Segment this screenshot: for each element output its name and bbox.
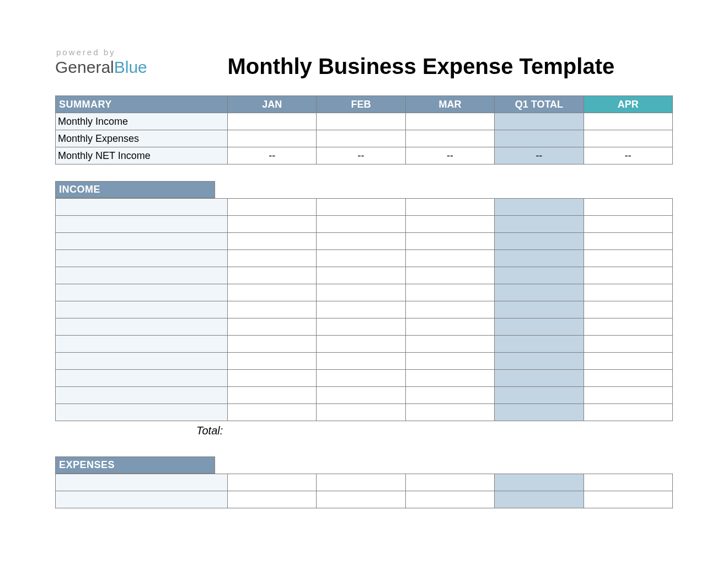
data-cell[interactable]	[317, 216, 405, 233]
data-cell[interactable]	[584, 336, 672, 353]
data-cell[interactable]	[495, 199, 584, 216]
data-cell[interactable]	[405, 284, 494, 301]
summary-cell[interactable]: --	[495, 147, 584, 164]
row-label-cell[interactable]	[56, 404, 228, 421]
data-cell[interactable]	[405, 387, 494, 404]
data-cell[interactable]	[584, 199, 672, 216]
data-cell[interactable]	[317, 336, 405, 353]
summary-cell[interactable]: --	[405, 147, 494, 164]
summary-cell[interactable]: --	[584, 147, 672, 164]
data-cell[interactable]	[584, 301, 672, 318]
data-cell[interactable]	[405, 370, 494, 387]
row-label-cell[interactable]	[56, 284, 228, 301]
summary-cell[interactable]	[405, 130, 494, 147]
row-label-cell[interactable]	[56, 387, 228, 404]
row-label-cell[interactable]	[56, 216, 228, 233]
data-cell[interactable]	[317, 491, 405, 508]
data-cell[interactable]	[405, 474, 494, 491]
data-cell[interactable]	[495, 353, 584, 370]
data-cell[interactable]	[405, 318, 494, 336]
data-cell[interactable]	[584, 404, 672, 421]
data-cell[interactable]	[495, 301, 584, 318]
data-cell[interactable]	[495, 284, 584, 301]
data-cell[interactable]	[317, 387, 405, 404]
data-cell[interactable]	[584, 318, 672, 336]
data-cell[interactable]	[584, 370, 672, 387]
data-cell[interactable]	[317, 353, 405, 370]
row-label-cell[interactable]	[56, 336, 228, 353]
summary-cell[interactable]	[584, 130, 672, 147]
data-cell[interactable]	[228, 353, 317, 370]
data-cell[interactable]	[495, 233, 584, 250]
data-cell[interactable]	[495, 267, 584, 284]
data-cell[interactable]	[228, 387, 317, 404]
data-cell[interactable]	[584, 216, 672, 233]
data-cell[interactable]	[495, 336, 584, 353]
row-label-cell[interactable]	[56, 250, 228, 267]
data-cell[interactable]	[317, 284, 405, 301]
data-cell[interactable]	[405, 404, 494, 421]
summary-cell[interactable]	[317, 113, 405, 130]
data-cell[interactable]	[405, 353, 494, 370]
row-label-cell[interactable]	[56, 370, 228, 387]
data-cell[interactable]	[228, 284, 317, 301]
summary-cell[interactable]	[495, 113, 584, 130]
data-cell[interactable]	[405, 491, 494, 508]
summary-cell[interactable]	[584, 113, 672, 130]
data-cell[interactable]	[228, 301, 317, 318]
data-cell[interactable]	[228, 267, 317, 284]
data-cell[interactable]	[584, 250, 672, 267]
data-cell[interactable]	[584, 353, 672, 370]
data-cell[interactable]	[228, 199, 317, 216]
data-cell[interactable]	[228, 233, 317, 250]
data-cell[interactable]	[317, 301, 405, 318]
data-cell[interactable]	[228, 404, 317, 421]
row-label-cell[interactable]	[56, 474, 228, 491]
data-cell[interactable]	[317, 318, 405, 336]
data-cell[interactable]	[317, 474, 405, 491]
row-label-cell[interactable]	[56, 267, 228, 284]
data-cell[interactable]	[405, 250, 494, 267]
data-cell[interactable]	[584, 267, 672, 284]
summary-cell[interactable]: --	[317, 147, 405, 164]
data-cell[interactable]	[495, 474, 584, 491]
summary-cell[interactable]	[228, 113, 317, 130]
data-cell[interactable]	[495, 387, 584, 404]
data-cell[interactable]	[584, 233, 672, 250]
data-cell[interactable]	[405, 199, 494, 216]
data-cell[interactable]	[228, 370, 317, 387]
row-label-cell[interactable]	[56, 318, 228, 336]
data-cell[interactable]	[317, 233, 405, 250]
data-cell[interactable]	[495, 250, 584, 267]
data-cell[interactable]	[495, 318, 584, 336]
data-cell[interactable]	[495, 491, 584, 508]
data-cell[interactable]	[228, 336, 317, 353]
row-label-cell[interactable]	[56, 301, 228, 318]
data-cell[interactable]	[405, 267, 494, 284]
summary-cell[interactable]	[495, 130, 584, 147]
data-cell[interactable]	[495, 216, 584, 233]
data-cell[interactable]	[584, 491, 672, 508]
data-cell[interactable]	[495, 404, 584, 421]
data-cell[interactable]	[405, 233, 494, 250]
data-cell[interactable]	[405, 216, 494, 233]
row-label-cell[interactable]	[56, 353, 228, 370]
data-cell[interactable]	[228, 250, 317, 267]
data-cell[interactable]	[584, 284, 672, 301]
data-cell[interactable]	[317, 267, 405, 284]
data-cell[interactable]	[317, 250, 405, 267]
data-cell[interactable]	[405, 301, 494, 318]
data-cell[interactable]	[405, 336, 494, 353]
data-cell[interactable]	[228, 474, 317, 491]
data-cell[interactable]	[228, 491, 317, 508]
data-cell[interactable]	[317, 199, 405, 216]
summary-cell[interactable]	[405, 113, 494, 130]
data-cell[interactable]	[317, 404, 405, 421]
data-cell[interactable]	[228, 216, 317, 233]
summary-cell[interactable]: --	[228, 147, 317, 164]
row-label-cell[interactable]	[56, 199, 228, 216]
row-label-cell[interactable]	[56, 233, 228, 250]
row-label-cell[interactable]	[56, 491, 228, 508]
data-cell[interactable]	[495, 370, 584, 387]
data-cell[interactable]	[228, 318, 317, 336]
